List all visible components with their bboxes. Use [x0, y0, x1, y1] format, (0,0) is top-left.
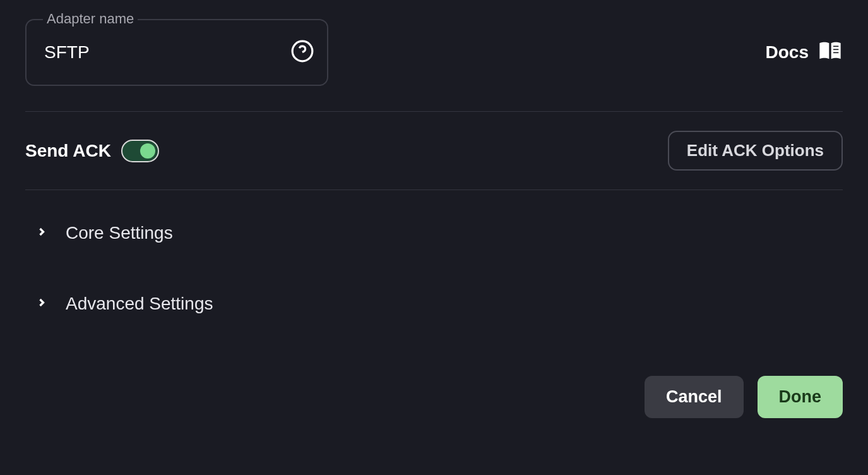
advanced-settings-accordion[interactable]: Advanced Settings: [25, 276, 843, 332]
chevron-right-icon: [35, 225, 48, 241]
adapter-name-label: Adapter name: [43, 11, 138, 27]
book-icon: [817, 40, 843, 66]
send-ack-label: Send ACK: [25, 141, 111, 161]
edit-ack-options-button[interactable]: Edit ACK Options: [668, 131, 843, 171]
send-ack-toggle[interactable]: [121, 140, 159, 162]
advanced-settings-title: Advanced Settings: [66, 294, 213, 314]
chevron-right-icon: [35, 296, 48, 311]
core-settings-accordion[interactable]: Core Settings: [25, 205, 843, 261]
cancel-button[interactable]: Cancel: [645, 376, 744, 418]
divider: [25, 189, 843, 190]
docs-label: Docs: [766, 42, 809, 63]
ack-row: Send ACK Edit ACK Options: [25, 112, 843, 189]
adapter-name-input[interactable]: [25, 19, 328, 86]
docs-link[interactable]: Docs: [766, 40, 843, 66]
core-settings-title: Core Settings: [66, 223, 173, 243]
footer-buttons: Cancel Done: [25, 376, 843, 418]
ack-left: Send ACK: [25, 140, 159, 162]
done-button[interactable]: Done: [758, 376, 843, 418]
top-row: Adapter name Docs: [25, 19, 843, 86]
adapter-name-field-wrapper: Adapter name: [25, 19, 328, 86]
help-icon[interactable]: [290, 39, 314, 66]
toggle-knob: [140, 143, 155, 159]
